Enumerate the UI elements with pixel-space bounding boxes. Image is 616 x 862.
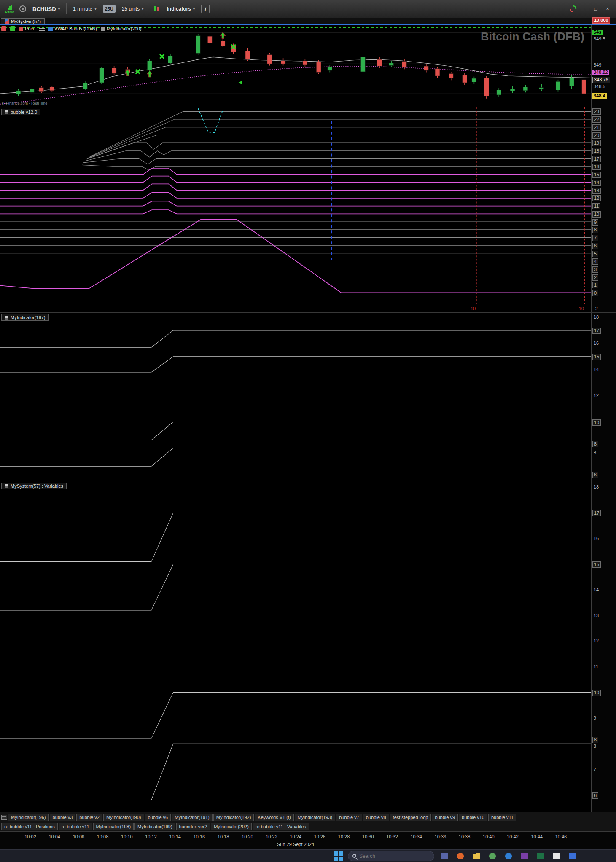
close-button[interactable]: × [603, 5, 613, 13]
panel-label-myindicator197[interactable]: MyIndicator(197) [1, 314, 49, 321]
svg-text:10: 10 [471, 306, 476, 311]
firefox-icon-glyph [457, 853, 464, 859]
search-input[interactable] [359, 853, 422, 859]
tab-myindicator-199[interactable]: MyIndicator(199) [134, 823, 175, 830]
legend-item-price[interactable]: Price [19, 26, 35, 31]
tab-bubble-v6[interactable]: bubble v6 [145, 814, 171, 821]
panel-label-variables[interactable]: MySystem(57) : Variables [1, 483, 67, 489]
tab-myindicator-193[interactable]: MyIndicator(193) [295, 814, 336, 821]
order-down-icon[interactable] [10, 26, 15, 31]
time-label: 10:34 [410, 834, 422, 839]
excel-icon[interactable] [535, 851, 546, 862]
tab-bubble-v2[interactable]: bubble v2 [76, 814, 102, 821]
price-axis[interactable]: 10,00054s349.5349348.82348.76348.5348.4 [591, 25, 616, 107]
timeframe-label: 1 minute [73, 6, 92, 12]
indicator-icon [5, 484, 8, 488]
tab-bubble-v11[interactable]: bubble v11 [488, 814, 516, 821]
myindicator197-panel: MyIndicator(197) 18171615141210886 [0, 312, 616, 481]
units-select[interactable]: 25 units▾ [119, 4, 147, 13]
chevron-down-icon: ▾ [58, 7, 60, 11]
axis-label: 14 [592, 180, 601, 186]
panel-label-bubble[interactable]: bubble v12.0 [1, 109, 40, 115]
tab-bubble-v7[interactable]: bubble v7 [336, 814, 362, 821]
axis-label: 10,000 [592, 17, 610, 24]
firefox-icon[interactable] [455, 851, 466, 862]
svg-text:10: 10 [579, 306, 584, 311]
axis-label: 14 [592, 587, 600, 593]
legend-item-vwap[interactable]: VWAP Bands (Daily) [48, 26, 97, 31]
order-up-icon[interactable] [1, 26, 6, 31]
tab-myindicator-192[interactable]: MyIndicator(192) [213, 814, 254, 821]
tab-re-bubble-v11-positions[interactable]: re bubble v11 : Positions [1, 823, 58, 830]
axis-label: 15 [592, 354, 601, 360]
tab-myindicator-191[interactable]: MyIndicator(191) [172, 814, 213, 821]
calculator-icon[interactable] [567, 851, 578, 862]
time-label: 10:06 [73, 834, 85, 839]
people-icon[interactable] [438, 851, 450, 862]
time-label: 10:44 [531, 834, 543, 839]
timeframe-select[interactable]: 1 minute▾ [70, 4, 100, 13]
people-icon-glyph [441, 853, 448, 859]
axis-label: 10 [592, 211, 601, 218]
tab-myindicator-190[interactable]: MyIndicator(190) [103, 814, 144, 821]
variables-axis[interactable]: 18171615141312111098876 [591, 481, 616, 812]
account-icon[interactable] [19, 5, 26, 12]
tab-bubble-v8[interactable]: bubble v8 [363, 814, 389, 821]
tab-re-bubble-v11-variables[interactable]: re bubble v11 : Variables [253, 823, 309, 830]
windows-start-button[interactable] [333, 851, 344, 862]
tab-myindicator-198[interactable]: MyIndicator(198) [93, 823, 134, 830]
chevron-down-icon: ▾ [94, 7, 97, 11]
demo-chart-icon [8, 5, 12, 10]
axis-label: 10 [592, 419, 601, 426]
axis-label: 6 [592, 792, 598, 799]
main-chart-tab[interactable]: MySystem(57) [1, 18, 45, 24]
tab-barindex-ver2[interactable]: barindex ver2 [176, 823, 210, 830]
indicators-button[interactable]: Indicators▾ [164, 4, 198, 13]
tab-keywords-v1-t[interactable]: Keywords V1 (t) [255, 814, 293, 821]
time-axis[interactable]: Sun 29 Sept 2024 10:0210:0410:0610:0810:… [0, 831, 616, 849]
tab-myindicator-196[interactable]: MyIndicator(196) [8, 814, 49, 821]
myindicator197-axis[interactable]: 18171615141210886 [591, 313, 616, 481]
notepad-icon[interactable] [551, 851, 562, 862]
indicator-icon [5, 316, 8, 320]
price-legend: Price VWAP Bands (Daily) MyIndicator(200… [1, 26, 141, 31]
tab-bubble-v10[interactable]: bubble v10 [459, 814, 487, 821]
legend-item-myindicator[interactable]: MyIndicator(200) [101, 26, 142, 31]
edge-icon[interactable] [503, 851, 514, 862]
maximize-button[interactable]: □ [591, 5, 601, 13]
tab-test-stepped-loop[interactable]: test stepped loop [390, 814, 431, 821]
tab-bubble-v3[interactable]: bubble v3 [50, 814, 76, 821]
axis-label: 8 [592, 441, 598, 447]
tab-re-bubble-v11[interactable]: re bubble v11 [59, 823, 92, 830]
price-panel: Price VWAP Bands (Daily) MyIndicator(200… [0, 25, 616, 107]
tab-bubble-v9[interactable]: bubble v9 [432, 814, 458, 821]
axis-label: 1 [592, 282, 598, 288]
window-restore-icon[interactable] [1, 815, 7, 820]
minimize-button[interactable]: – [579, 5, 589, 13]
info-button[interactable]: i [201, 5, 210, 13]
axis-label: 11 [592, 664, 600, 669]
tab-myindicator-202[interactable]: MyIndicator(202) [211, 823, 252, 830]
folder-icon[interactable] [471, 851, 482, 862]
list-icon[interactable] [39, 27, 45, 31]
axis-label: 348.4 [592, 93, 607, 99]
chrome-icon[interactable] [487, 851, 498, 862]
time-label: 10:38 [459, 834, 471, 839]
axis-label: 18 [592, 314, 600, 320]
bubble-axis[interactable]: 23222120191817161514131211109876543210-2 [591, 107, 616, 312]
axis-label: 349 [592, 62, 603, 68]
sync-icon[interactable] [569, 5, 577, 13]
media-icon[interactable] [519, 851, 530, 862]
bubble-label: bubble v12.0 [11, 110, 37, 115]
units-badge[interactable]: 25U [103, 5, 116, 13]
symbol-select[interactable]: BCHUSD▾ [30, 4, 63, 14]
toolbar-separator [150, 3, 150, 14]
time-label: 10:18 [218, 834, 229, 839]
axis-label: 16 [592, 164, 601, 170]
candlestick-icon [153, 5, 160, 12]
taskbar-search[interactable] [348, 851, 434, 861]
axis-label: 54s [592, 30, 603, 35]
chart-tab-icon [5, 19, 9, 24]
axis-label: 13 [592, 188, 601, 194]
axis-label: 15 [592, 561, 601, 568]
